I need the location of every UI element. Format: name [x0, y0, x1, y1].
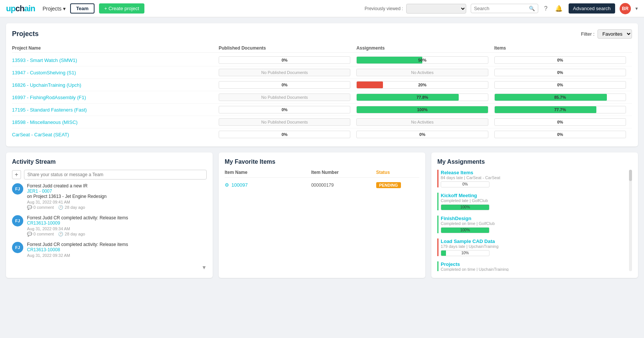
- search-box[interactable]: 🔍: [471, 4, 538, 13]
- activity-input[interactable]: [24, 170, 207, 180]
- search-icon: 🔍: [529, 6, 535, 11]
- assignment-meta: Completed late | GolfClub: [441, 198, 632, 203]
- published-docs-cell: 0%: [219, 131, 356, 138]
- activity-ref[interactable]: CR13613-10009: [27, 220, 207, 226]
- assignment-progress-bar: 0%: [441, 181, 489, 187]
- fav-col-number: Item Number: [311, 170, 376, 175]
- projects-table-body: 13593 - Smart Watch (SMW1)0%50%0%13947 -…: [12, 54, 632, 140]
- col-assignments: Assignments: [356, 45, 494, 51]
- assignment-progress-label: 100%: [441, 228, 489, 232]
- filter-label: Filter :: [581, 31, 594, 37]
- pub-docs-progress-bar: 0%: [219, 56, 350, 64]
- assignments-title: My Assignments: [437, 158, 632, 165]
- pub-docs-progress-bar: 0%: [219, 131, 350, 138]
- assignments-scroll-area: Release Items 84 days late | CarSeat - C…: [437, 170, 632, 271]
- activity-add-button[interactable]: +: [12, 170, 21, 179]
- avatar-chevron[interactable]: ▾: [635, 6, 638, 11]
- no-pub-docs-bar: No Published Documents: [219, 69, 350, 76]
- avatar[interactable]: BR: [620, 3, 631, 14]
- activity-stream-card: Activity Stream + FJ Forrest Judd create…: [6, 152, 213, 278]
- items-cell: 0%: [494, 56, 632, 64]
- assignment-item: FinishDesign Completed on time | GolfClu…: [437, 216, 632, 233]
- col-project-name: Project Name: [12, 45, 219, 51]
- project-name-link[interactable]: 13593 - Smart Watch (SMW1): [12, 57, 77, 63]
- assign-progress-bar: 77.8%: [356, 94, 488, 101]
- fav-item-link[interactable]: 100097: [231, 182, 248, 188]
- assignment-name[interactable]: Release Items: [441, 170, 632, 175]
- main-container: Projects Filter : Favorites All Project …: [0, 17, 644, 284]
- activity-item: FJ Forrest Judd CR completed activity: R…: [12, 242, 207, 258]
- assignment-progress-label: 0%: [441, 182, 489, 186]
- create-project-button[interactable]: + Create project: [99, 3, 144, 14]
- activity-content: Forrest Judd CR completed activity: Rele…: [27, 242, 207, 258]
- fav-item-name[interactable]: ⚙ 100097: [225, 182, 311, 188]
- fav-item-status: PENDING: [376, 182, 419, 188]
- table-row: 18598 - Miscellaneous (MISC)No Published…: [12, 116, 632, 128]
- assignment-name[interactable]: FinishDesign: [441, 216, 632, 221]
- fav-item-icon: ⚙: [225, 182, 229, 188]
- pub-docs-progress-bar: 0%: [219, 81, 350, 89]
- assignment-item: Kickoff Meeting Completed late | GolfClu…: [437, 193, 632, 210]
- activity-comments: 💬 0 comment: [27, 205, 54, 210]
- projects-table-header: Project Name Published Documents Assignm…: [12, 44, 632, 53]
- previously-viewed-select[interactable]: [406, 4, 466, 14]
- activity-stream-title: Activity Stream: [12, 158, 207, 165]
- assignments-list: Release Items 84 days late | CarSeat - C…: [437, 170, 632, 271]
- favorite-items-title: My Favorite Items: [225, 158, 419, 165]
- activity-avatar: FJ: [12, 215, 23, 226]
- table-row: 17195 - Standard Fasteners (Fast)0%100%7…: [12, 104, 632, 116]
- items-cell: 85.7%: [494, 94, 632, 101]
- activity-date: Aug 31, 2022 09:41 AM: [27, 200, 207, 204]
- published-docs-cell: No Published Documents: [219, 118, 356, 126]
- assignments-cell: 20%: [356, 81, 494, 89]
- advanced-search-button[interactable]: Advanced search: [569, 3, 615, 14]
- published-docs-cell: 0%: [219, 106, 356, 113]
- no-activities-bar: No Activities: [356, 118, 488, 126]
- assignment-progress-label: 100%: [441, 205, 489, 209]
- fav-col-name: Item Name: [225, 170, 311, 175]
- activity-input-row: +: [12, 170, 207, 180]
- activity-content: Forrest Judd created a new IR JER1 - 000…: [27, 183, 207, 210]
- assignment-name[interactable]: Projects: [441, 261, 632, 267]
- assignment-meta: Completed on time | GolfClub: [441, 221, 632, 226]
- items-progress-bar: 0%: [494, 56, 626, 64]
- col-items: Items: [494, 45, 632, 51]
- help-icon-button[interactable]: ?: [543, 4, 549, 14]
- activity-item: FJ Forrest Judd created a new IR JER1 - …: [12, 183, 207, 210]
- project-name-link[interactable]: CarSeat - CarSeat (SEAT): [12, 132, 69, 137]
- project-name-link[interactable]: 16826 - UpchainTraining (Upch): [12, 82, 81, 88]
- items-cell: 0%: [494, 131, 632, 138]
- assign-progress-bar: 20%: [356, 81, 488, 89]
- assign-progress-bar: 50%: [356, 56, 488, 64]
- items-cell: 0%: [494, 69, 632, 76]
- assignment-progress-label: 10%: [441, 251, 489, 255]
- nav-projects[interactable]: Projects ▾: [42, 6, 66, 12]
- logo[interactable]: upchain: [6, 4, 35, 14]
- published-docs-cell: 0%: [219, 56, 356, 64]
- bell-icon-button[interactable]: 🔔: [554, 3, 564, 14]
- activity-avatar: FJ: [12, 183, 23, 195]
- activity-ref[interactable]: JER1 - 0007: [27, 189, 207, 194]
- table-row: 13593 - Smart Watch (SMW1)0%50%0%: [12, 54, 632, 66]
- fav-items-container: ⚙ 100097 000000179 PENDING: [225, 180, 419, 190]
- project-name-link[interactable]: 13947 - CustomShelving (S1): [12, 70, 76, 75]
- fav-item-number: 000000179: [311, 183, 376, 188]
- no-activities-bar: No Activities: [356, 69, 488, 76]
- nav-team-button[interactable]: Team: [70, 3, 95, 14]
- header: upchain Projects ▾ Team + Create project…: [0, 0, 644, 17]
- project-name-link[interactable]: 16997 - FishingRodAssembly (F1): [12, 95, 86, 100]
- assignment-name[interactable]: Kickoff Meeting: [441, 193, 632, 198]
- favorite-items-card: My Favorite Items Item Name Item Number …: [219, 152, 425, 278]
- assignment-name[interactable]: Load Sample CAD Data: [441, 238, 632, 244]
- status-badge: PENDING: [376, 182, 401, 188]
- activity-ref[interactable]: CR13613-10008: [27, 247, 207, 252]
- filter-select[interactable]: Favorites All: [597, 29, 632, 39]
- assignments-cell: 77.8%: [356, 94, 494, 101]
- project-name-link[interactable]: 17195 - Standard Fasteners (Fast): [12, 107, 87, 113]
- scroll-down-arrow[interactable]: ▼: [12, 263, 207, 272]
- search-input[interactable]: [474, 6, 527, 11]
- table-row: CarSeat - CarSeat (SEAT)0%0%0%: [12, 128, 632, 140]
- activity-context: on Project 13613 - Jet Engine Redesign: [27, 194, 207, 199]
- assignment-item: Release Items 84 days late | CarSeat - C…: [437, 170, 632, 187]
- project-name-link[interactable]: 18598 - Miscellaneous (MISC): [12, 119, 78, 125]
